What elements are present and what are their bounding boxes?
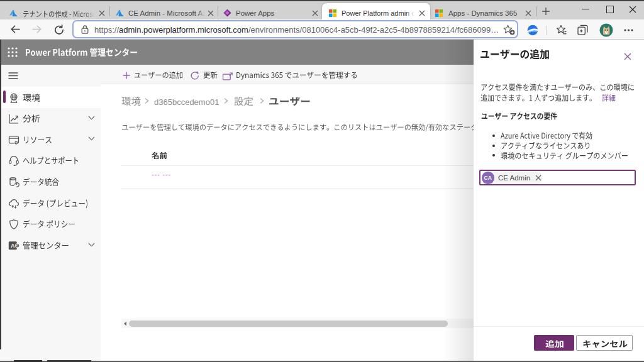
svg-text:A: A (11, 243, 15, 249)
